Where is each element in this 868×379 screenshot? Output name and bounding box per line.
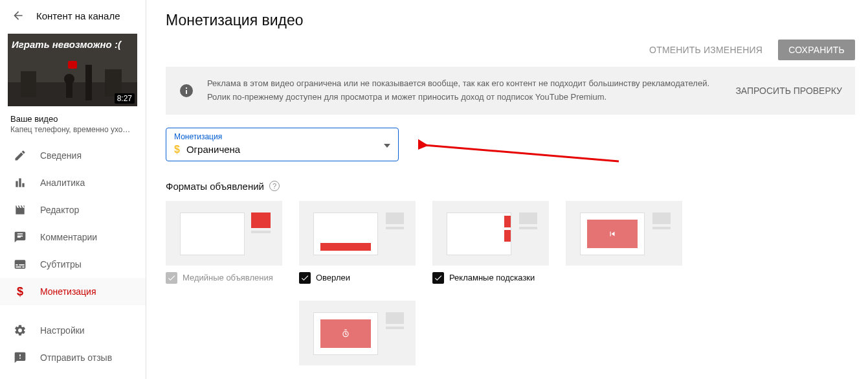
- select-label: Монетизация: [174, 132, 390, 141]
- svg-rect-6: [66, 82, 72, 98]
- svg-rect-4: [85, 65, 92, 100]
- dollar-icon: $: [13, 284, 27, 299]
- banner-text: Реклама в этом видео ограничена или не п…: [207, 77, 722, 104]
- sidebar-item-feedback[interactable]: Отправить отзыв: [0, 344, 146, 371]
- sidebar-item-subtitles[interactable]: Субтитры: [0, 251, 146, 278]
- checkbox-display: [166, 272, 177, 284]
- sidebar-title: Контент на канале: [36, 10, 120, 21]
- ad-format-label: Рекламные подсказки: [449, 273, 535, 282]
- sidebar-item-analytics[interactable]: Аналитика: [0, 169, 146, 196]
- svg-rect-2: [21, 71, 36, 97]
- sidebar-item-label: Отправить отзыв: [40, 352, 112, 363]
- analytics-icon: [13, 176, 27, 190]
- svg-rect-3: [105, 69, 122, 97]
- ad-format-overlay[interactable]: Оверлеи: [299, 201, 416, 284]
- video-duration: 8:27: [115, 93, 135, 104]
- help-icon[interactable]: ?: [269, 181, 280, 191]
- formats-heading: Форматы объявлений: [166, 181, 264, 192]
- editor-icon: [13, 203, 27, 217]
- back-arrow[interactable]: [10, 8, 26, 23]
- thumbnail-text: Играть невозможно :(: [12, 39, 121, 50]
- ad-format-label: Оверлеи: [316, 273, 350, 282]
- info-banner: Реклама в этом видео ограничена или не п…: [166, 67, 855, 115]
- checkbox-sponsored[interactable]: [432, 272, 444, 284]
- sidebar-item-label: Комментарии: [40, 232, 97, 242]
- sidebar-item-editor[interactable]: Редактор: [0, 196, 146, 224]
- annotation-arrow: [418, 139, 625, 171]
- info-icon: [179, 83, 194, 98]
- sidebar-item-details[interactable]: Сведения: [0, 142, 146, 169]
- ad-format-nonskippable[interactable]: [299, 301, 416, 372]
- monetization-select[interactable]: Монетизация $ Ограничена: [166, 128, 399, 161]
- request-review-button[interactable]: ЗАПРОСИТЬ ПРОВЕРКУ: [735, 86, 842, 96]
- subtitles-icon: [13, 257, 27, 271]
- gear-icon: [13, 323, 27, 338]
- sidebar-item-label: Монетизация: [40, 286, 96, 297]
- checkbox-overlay[interactable]: [299, 272, 311, 284]
- ad-format-label: Медийные объявления: [183, 273, 273, 282]
- sidebar-item-label: Редактор: [40, 205, 79, 215]
- dollar-status-icon: $: [174, 144, 180, 155]
- page-title: Монетизация видео: [166, 12, 855, 29]
- sidebar-item-monetization[interactable]: $ Монетизация: [0, 278, 146, 305]
- sidebar-item-comments[interactable]: Комментарии: [0, 224, 146, 251]
- ad-format-sponsored[interactable]: Рекламные подсказки: [432, 201, 549, 284]
- sidebar-item-settings[interactable]: Настройки: [0, 317, 146, 344]
- ad-format-display[interactable]: Медийные объявления: [166, 201, 282, 284]
- select-value: Ограничена: [186, 144, 240, 155]
- ad-format-skippable[interactable]: [566, 201, 682, 284]
- your-video-heading: Ваше видео: [10, 114, 135, 124]
- sidebar-item-label: Сведения: [40, 150, 82, 161]
- video-thumbnail[interactable]: Играть невозможно :( 8:27: [8, 34, 138, 106]
- video-subtitle: Капец телефону, временно ухожу ...: [10, 125, 135, 134]
- save-button[interactable]: СОХРАНИТЬ: [778, 40, 855, 60]
- chevron-down-icon: [384, 139, 390, 150]
- cancel-button[interactable]: ОТМЕНИТЬ ИЗМЕНЕНИЯ: [639, 40, 773, 60]
- sidebar-item-label: Субтитры: [40, 259, 82, 270]
- feedback-icon: [13, 350, 27, 365]
- sidebar-item-label: Настройки: [40, 325, 85, 336]
- svg-line-8: [425, 145, 619, 161]
- sidebar-item-label: Аналитика: [40, 178, 85, 188]
- pencil-icon: [13, 148, 27, 163]
- comments-icon: [13, 230, 27, 244]
